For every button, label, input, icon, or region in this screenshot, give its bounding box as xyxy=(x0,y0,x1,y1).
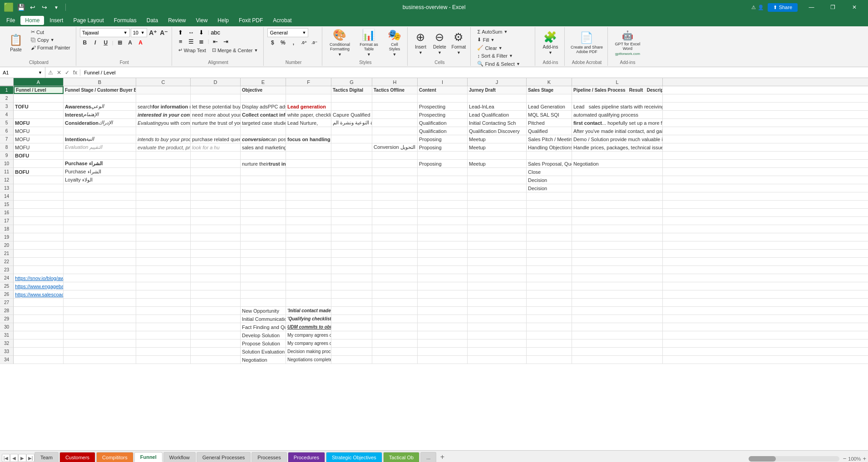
align-left-button[interactable]: ≡ xyxy=(176,37,186,45)
menu-foxit[interactable]: Foxit PDF xyxy=(234,16,267,25)
row-num-12[interactable]: 12 xyxy=(0,176,14,184)
sheet-tab-processes[interactable]: Processes xyxy=(252,452,286,462)
cell-h2[interactable] xyxy=(372,94,418,102)
addins-button[interactable]: 🧩 Add-ins ▼ xyxy=(539,28,562,57)
cell-c6[interactable] xyxy=(136,127,191,135)
cell-g4[interactable]: Capure Qualified Leads xyxy=(331,111,372,118)
cell-c12[interactable] xyxy=(136,176,191,184)
format-button[interactable]: ⚙ Format ▼ xyxy=(449,28,468,57)
minimize-button[interactable]: — xyxy=(801,0,822,15)
cell-e33[interactable]: Solution Evaluation xyxy=(241,348,286,355)
cell-l7[interactable]: Demo / Solution provide much valuable in… xyxy=(572,135,663,143)
formula-content[interactable]: Funnel / Level xyxy=(80,70,868,75)
paste-button[interactable]: 📋 Paste xyxy=(5,28,27,57)
row-num-7[interactable]: 7 xyxy=(0,135,14,143)
cell-k6[interactable]: Qualified xyxy=(527,127,572,135)
indent-dec-button[interactable]: ⇤ xyxy=(211,37,221,45)
align-center-button[interactable]: ☰ xyxy=(186,37,196,45)
formula-check-icon[interactable]: ⚠ xyxy=(47,69,54,76)
sheet-tab-strategic-objectives[interactable]: Strategic Objectives xyxy=(326,452,382,462)
menu-acrobat[interactable]: Acrobat xyxy=(268,16,296,25)
row-num-23[interactable]: 23 xyxy=(0,266,14,274)
cell-e30[interactable]: Fact Finding and Qualification xyxy=(241,323,286,331)
cell-a7[interactable]: MOFU xyxy=(14,135,64,143)
cell-a26[interactable]: https://www.salescoach.us/structured-sal… xyxy=(14,290,64,298)
cell-d4[interactable]: need more about your con xyxy=(191,111,241,118)
align-right-button[interactable]: ≣ xyxy=(197,37,207,45)
cell-b8[interactable]: Evaluation التقييم xyxy=(64,143,136,151)
menu-home[interactable]: Home xyxy=(20,16,44,25)
percent-button[interactable]: % xyxy=(278,38,288,47)
cell-a5[interactable]: MOFU xyxy=(14,119,64,127)
cell-a9[interactable]: BOFU xyxy=(14,152,64,159)
number-format-selector[interactable]: General ▼ xyxy=(267,28,308,37)
cell-d12[interactable] xyxy=(191,176,241,184)
scrollbar-thumb[interactable] xyxy=(749,456,776,462)
cell-g6[interactable] xyxy=(331,127,372,135)
col-header-d[interactable]: D xyxy=(191,78,241,86)
col-header-e[interactable]: E xyxy=(241,78,286,86)
formula-confirm-icon[interactable]: ✓ xyxy=(64,69,70,76)
formula-insert-icon[interactable]: fx xyxy=(72,69,78,76)
row-num-28[interactable]: 28 xyxy=(0,307,14,315)
cell-a10[interactable] xyxy=(14,160,64,167)
cell-k4[interactable]: MQL SAL SQI xyxy=(527,111,572,118)
font-color-button[interactable]: A xyxy=(136,38,146,47)
menu-file[interactable]: File xyxy=(2,16,20,25)
autosum-button[interactable]: Σ AutoSum ▼ xyxy=(474,28,510,35)
cell-l4[interactable]: automated qualifying process xyxy=(572,111,663,118)
indent-inc-button[interactable]: ⇥ xyxy=(221,37,231,45)
row-num-2[interactable]: 2 xyxy=(0,94,14,103)
cell-e28[interactable]: New Opportunity xyxy=(241,307,286,315)
cut-button[interactable]: ✂ Cut xyxy=(28,28,73,36)
orient-button[interactable]: abc xyxy=(211,28,221,36)
share-button[interactable]: ⬆ Share xyxy=(768,3,798,12)
cell-f10[interactable] xyxy=(286,160,331,167)
cell-a6[interactable]: MOFU xyxy=(14,127,64,135)
sheet-tab-general-processes[interactable]: General Processes xyxy=(197,452,251,462)
cell-d2[interactable] xyxy=(191,94,241,102)
cell-l10[interactable]: Negotiation xyxy=(572,160,663,167)
cell-e32[interactable]: Propose Solution xyxy=(241,339,286,347)
cell-e9[interactable] xyxy=(241,152,286,159)
cell-j13[interactable] xyxy=(468,184,527,192)
cell-a1[interactable]: Funnel / Level xyxy=(14,86,64,94)
cell-g8[interactable] xyxy=(331,143,372,151)
cell-f9[interactable] xyxy=(286,152,331,159)
currency-button[interactable]: $ xyxy=(267,38,277,47)
cell-b12[interactable]: Loyalty الولاء xyxy=(64,176,136,184)
zoom-out-icon[interactable]: − xyxy=(843,455,847,462)
cell-k11[interactable]: Close xyxy=(527,168,572,176)
cell-f30[interactable]: UDM commits to obtain funding for soluti… xyxy=(286,323,331,331)
menu-insert[interactable]: Insert xyxy=(45,16,68,25)
row-num-25[interactable]: 25 xyxy=(0,282,14,290)
tab-nav-first[interactable]: |◀ xyxy=(2,454,10,462)
cell-k9[interactable] xyxy=(527,152,572,159)
row-num-32[interactable]: 32 xyxy=(0,339,14,348)
sheet-tab-team[interactable]: Team xyxy=(35,452,59,462)
row-num-9[interactable]: 9 xyxy=(0,152,14,160)
cell-d8[interactable]: look for a hu xyxy=(191,143,241,151)
cell-i12[interactable] xyxy=(418,176,468,184)
col-header-h[interactable]: H xyxy=(372,78,418,86)
cell-b13[interactable] xyxy=(64,184,136,192)
cell-a24[interactable]: https://snov.io/blog/awareness-considera… xyxy=(14,274,64,282)
cell-d10[interactable] xyxy=(191,160,241,167)
tab-nav-next[interactable]: ▶ xyxy=(18,454,26,462)
cell-c9[interactable] xyxy=(136,152,191,159)
find-select-button[interactable]: 🔍 Find & Select ▼ xyxy=(474,60,523,67)
row-num-30[interactable]: 30 xyxy=(0,323,14,331)
cell-g12[interactable] xyxy=(331,176,372,184)
row-num-33[interactable]: 33 xyxy=(0,348,14,356)
insert-button[interactable]: ⊕ Insert ▼ xyxy=(411,28,429,57)
cell-h8[interactable]: Conversion التحويل xyxy=(372,143,418,151)
cell-b9[interactable] xyxy=(64,152,136,159)
row-num-29[interactable]: 29 xyxy=(0,315,14,323)
cell-b4[interactable]: Interest الإهتمام xyxy=(64,111,136,118)
cell-f1[interactable] xyxy=(286,86,331,94)
cell-g9[interactable] xyxy=(331,152,372,159)
cell-b10[interactable]: Purchase الشراء xyxy=(64,160,136,167)
cell-l13[interactable] xyxy=(572,184,663,192)
col-header-l[interactable]: L xyxy=(572,78,663,86)
cell-f28[interactable]: 'Initial contact made' Opportunity revie… xyxy=(286,307,331,315)
